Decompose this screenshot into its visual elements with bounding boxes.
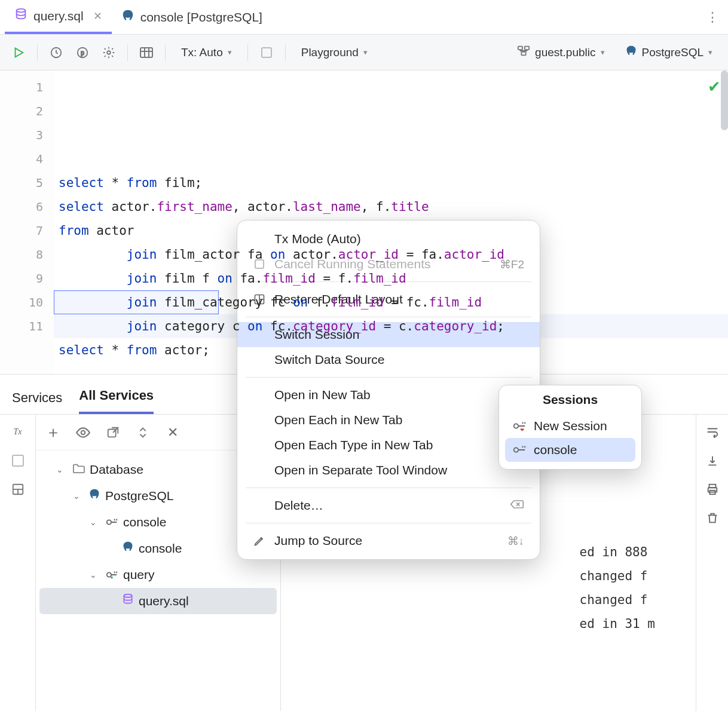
output-line: changed f — [580, 564, 655, 588]
expand-collapse-icon[interactable] — [134, 424, 152, 442]
svg-point-16 — [81, 430, 85, 434]
services-tab[interactable]: Services — [12, 390, 62, 414]
tab-query-sql[interactable]: query.sql ✕ — [5, 0, 112, 34]
menu-open-separate-window[interactable]: Open in Separate Tool Window — [237, 458, 540, 483]
menu-open-new-tab[interactable]: Open in New Tab — [237, 382, 540, 407]
playground-dropdown[interactable]: Playground ▾ — [294, 41, 375, 64]
chevron-down-icon: ⌄ — [90, 509, 100, 535]
code-area[interactable]: select * from film;select actor.first_na… — [54, 71, 728, 374]
session-new[interactable]: New Session — [505, 414, 635, 438]
chevron-down-icon: ▾ — [363, 48, 368, 57]
svg-rect-11 — [525, 47, 529, 50]
session-console[interactable]: console — [505, 438, 635, 462]
services-left-rail: Tx — [0, 415, 36, 711]
svg-rect-6 — [140, 48, 152, 57]
output-line: changed f — [580, 588, 655, 612]
tree-label: Database — [90, 456, 143, 483]
menu-shortcut: ⌘↓ — [507, 534, 525, 548]
schema-label: guest.public — [535, 46, 595, 59]
close-panel-icon[interactable]: ✕ — [164, 424, 182, 442]
line-number-gutter: 1234567891011 — [0, 71, 54, 374]
menu-separator — [246, 377, 531, 378]
datasource-label: PostgreSQL — [642, 46, 704, 59]
tree-leaf-query-sql[interactable]: query.sql — [39, 588, 277, 614]
trash-icon[interactable] — [703, 509, 721, 527]
tx-icon[interactable]: Tx — [9, 423, 27, 441]
database-icon — [14, 8, 27, 24]
tree-label: query.sql — [139, 588, 189, 614]
postgres-icon — [625, 45, 637, 60]
explain-plan-icon[interactable]: p — [72, 41, 93, 64]
new-session-icon — [512, 420, 527, 432]
chevron-down-icon: ⌄ — [90, 562, 100, 588]
session-label: New Session — [534, 419, 607, 433]
svg-point-28 — [514, 424, 518, 428]
svg-point-21 — [124, 594, 131, 597]
tx-mode-label: Tx: Auto — [181, 46, 223, 59]
svg-text:p: p — [81, 49, 84, 56]
settings-icon[interactable] — [99, 41, 119, 64]
stop-button[interactable] — [256, 41, 277, 64]
code-editor[interactable]: ✔ 1234567891011 select * from film;selec… — [0, 71, 728, 374]
tree-label: PostgreSQL — [105, 483, 173, 509]
edit-icon — [253, 534, 266, 547]
wrap-icon[interactable] — [703, 423, 721, 441]
scroll-to-end-icon[interactable] — [703, 452, 721, 470]
tab-label: query.sql — [33, 9, 84, 23]
menu-separator — [246, 488, 531, 488]
stop-icon[interactable] — [9, 452, 27, 470]
table-view-icon[interactable] — [136, 41, 157, 64]
folder-icon — [72, 456, 85, 483]
show-icon[interactable] — [74, 424, 92, 442]
svg-rect-10 — [518, 47, 522, 50]
tree-node-query[interactable]: ⌄ query — [39, 562, 277, 588]
run-button[interactable] — [8, 41, 29, 64]
postgres-icon — [122, 535, 134, 562]
sessions-title: Sessions — [505, 393, 635, 407]
svg-point-18 — [107, 520, 111, 524]
close-icon[interactable]: ✕ — [93, 10, 102, 23]
session-icon — [105, 569, 118, 580]
sql-toolbar: p Tx: Auto ▾ Playground ▾ guest.public ▾… — [0, 35, 728, 71]
session-icon — [105, 517, 118, 528]
schema-dropdown[interactable]: guest.public ▾ — [510, 41, 611, 64]
svg-point-20 — [111, 577, 113, 579]
postgres-icon — [121, 9, 134, 26]
menu-label: Open in Separate Tool Window — [274, 463, 447, 477]
tab-label: console [PostgreSQL] — [140, 10, 262, 24]
session-icon — [512, 444, 527, 456]
output-line: ed in 31 m — [580, 612, 655, 636]
open-external-icon[interactable] — [104, 424, 122, 442]
tx-mode-dropdown[interactable]: Tx: Auto ▾ — [174, 41, 239, 64]
playground-label: Playground — [301, 46, 359, 59]
all-services-tab[interactable]: All Services — [79, 388, 154, 414]
tree-label: console — [139, 535, 182, 562]
menu-open-each-new-tab[interactable]: Open Each in New Tab — [237, 407, 540, 433]
history-icon[interactable] — [46, 41, 66, 64]
schema-icon — [517, 45, 530, 60]
svg-point-0 — [17, 8, 26, 12]
tree-label: console — [123, 509, 166, 535]
chevron-down-icon: ▾ — [601, 48, 605, 57]
delete-keymap-icon — [510, 499, 524, 513]
tab-console-postgres[interactable]: console [PostgreSQL] — [112, 0, 272, 34]
session-label: console — [534, 443, 577, 457]
menu-separator — [246, 523, 531, 523]
menu-jump-to-source[interactable]: Jump to Source ⌘↓ — [237, 528, 540, 553]
datasource-dropdown[interactable]: PostgreSQL ▾ — [618, 41, 720, 64]
more-options-icon[interactable]: ⋮ — [702, 7, 723, 28]
menu-label: Open Each in New Tab — [274, 413, 402, 427]
menu-label: Open in New Tab — [274, 388, 371, 402]
menu-open-each-type-new-tab[interactable]: Open Each Type in New Tab — [237, 433, 540, 458]
output-line: ed in 888 — [580, 540, 655, 564]
menu-delete[interactable]: Delete… — [237, 493, 540, 518]
chevron-down-icon: ⌄ — [56, 456, 67, 483]
menu-label: Jump to Source — [274, 534, 362, 548]
print-icon[interactable] — [703, 480, 721, 498]
svg-point-5 — [107, 51, 111, 54]
menu-label: Delete… — [274, 498, 323, 513]
chevron-down-icon: ▾ — [228, 48, 232, 57]
layout-icon[interactable] — [9, 480, 27, 498]
menu-label: Open Each Type in New Tab — [274, 438, 433, 452]
add-icon[interactable]: ＋ — [44, 424, 62, 442]
